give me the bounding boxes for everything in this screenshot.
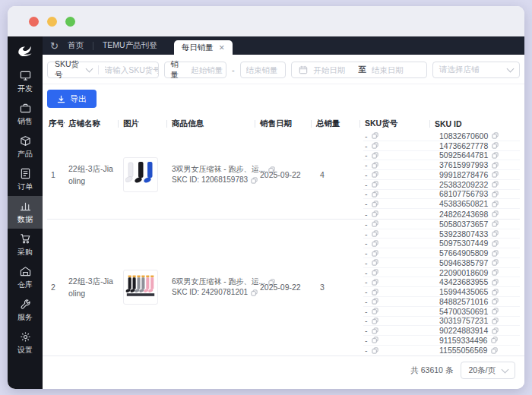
sku-id-value: 50946385797 xyxy=(439,258,488,267)
copy-icon[interactable] xyxy=(492,201,499,207)
sku-id-cell: 14736627778 xyxy=(435,141,520,150)
copy-icon[interactable] xyxy=(492,298,499,305)
copy-icon[interactable] xyxy=(372,191,378,198)
tab-temu-listing[interactable]: TEMU产品刊登 xyxy=(93,40,166,51)
copy-icon[interactable] xyxy=(372,142,378,149)
export-button[interactable]: 导出 xyxy=(47,90,97,108)
copy-icon[interactable] xyxy=(492,279,499,286)
copy-icon[interactable] xyxy=(372,308,378,314)
header-sku-number: SKU货号 xyxy=(363,118,433,129)
sidebar-item-data[interactable]: 数据 xyxy=(8,196,43,229)
sidebar-item-orders[interactable]: 订单 xyxy=(8,163,43,196)
copy-icon[interactable] xyxy=(372,201,378,207)
sidebar-item-purchasing[interactable]: 采购 xyxy=(8,229,43,261)
copy-icon[interactable] xyxy=(492,308,499,314)
copy-icon[interactable] xyxy=(492,318,499,324)
copy-icon[interactable] xyxy=(491,337,498,343)
copy-icon[interactable] xyxy=(492,240,499,247)
copy-icon[interactable] xyxy=(372,259,378,266)
sidebar-item-label: 采购 xyxy=(17,247,33,258)
sku-id-value: 45383650821 xyxy=(439,199,488,208)
sidebar-item-service[interactable]: 服务 xyxy=(8,294,43,327)
sku-subrow: - 43423683955 xyxy=(363,277,520,287)
sku-number-cell: - xyxy=(363,268,435,277)
copy-icon[interactable] xyxy=(372,132,378,139)
copy-icon[interactable] xyxy=(372,337,378,343)
sales-end-input[interactable] xyxy=(246,65,280,74)
sidebar-item-settings[interactable]: 设置 xyxy=(8,327,43,359)
copy-icon[interactable] xyxy=(372,210,378,217)
sidebar-item-warehouse[interactable]: 仓库 xyxy=(8,261,43,294)
copy-icon[interactable] xyxy=(372,347,378,354)
copy-icon[interactable] xyxy=(492,220,499,227)
close-icon[interactable]: ✕ xyxy=(219,43,225,52)
shop-select[interactable]: 请选择店铺 xyxy=(432,62,520,78)
copy-icon[interactable] xyxy=(372,162,378,169)
copy-icon[interactable] xyxy=(492,259,499,266)
tab-daily-sales[interactable]: 每日销量 ✕ xyxy=(174,40,233,55)
tab-home[interactable]: 首页 xyxy=(59,40,93,51)
copy-icon[interactable] xyxy=(372,240,378,247)
copy-icon[interactable] xyxy=(372,298,378,305)
copy-icon[interactable] xyxy=(492,142,499,149)
window-minimize-button[interactable] xyxy=(47,17,57,27)
copy-icon[interactable] xyxy=(492,250,499,257)
sales-table: 序号 店铺名称 图片 商品信息 销售日期 总销量 SKU货号 SKU ID 1 xyxy=(47,116,520,356)
end-date-input[interactable] xyxy=(372,65,411,74)
copy-icon[interactable] xyxy=(372,289,378,295)
copy-icon[interactable] xyxy=(372,318,378,324)
copy-icon[interactable] xyxy=(492,171,499,178)
table-body: 1 22组-3店-Jiaoling xyxy=(47,131,520,356)
sidebar-item-dev[interactable]: 开发 xyxy=(8,65,43,98)
copy-icon[interactable] xyxy=(372,220,378,227)
copy-icon[interactable] xyxy=(491,347,498,354)
sku-filter-group: SKU货号 xyxy=(47,62,159,78)
copy-icon[interactable] xyxy=(372,181,378,188)
refresh-icon[interactable]: ↻ xyxy=(50,41,59,51)
copy-icon[interactable] xyxy=(372,171,378,178)
sku-subrow: - 24826243698 xyxy=(363,209,520,219)
copy-icon[interactable] xyxy=(372,327,378,334)
copy-icon[interactable] xyxy=(492,230,499,237)
window-close-button[interactable] xyxy=(29,17,39,27)
page-content: SKU货号 销量 - xyxy=(43,55,524,389)
sku-id-value: 22090018609 xyxy=(439,268,488,277)
sidebar-item-label: 开发 xyxy=(17,84,33,94)
copy-icon[interactable] xyxy=(251,289,258,296)
copy-icon[interactable] xyxy=(492,191,499,198)
copy-icon[interactable] xyxy=(492,181,499,188)
sku-id-value: 50925644781 xyxy=(439,150,488,160)
copy-icon[interactable] xyxy=(492,210,499,217)
copy-icon[interactable] xyxy=(372,230,378,237)
header-sale-date: 销售日期 xyxy=(258,118,315,129)
copy-icon[interactable] xyxy=(372,152,378,159)
copy-icon[interactable] xyxy=(372,250,378,257)
copy-icon[interactable] xyxy=(372,279,378,286)
sidebar-item-product[interactable]: 产品 xyxy=(8,131,43,163)
product-image[interactable] xyxy=(123,157,158,192)
copy-icon[interactable] xyxy=(251,177,258,184)
page-size-select[interactable]: 20条/页 xyxy=(461,362,515,379)
sku-number-cell: - xyxy=(363,326,435,335)
copy-icon[interactable] xyxy=(492,152,499,159)
copy-icon[interactable] xyxy=(492,327,499,334)
copy-icon[interactable] xyxy=(492,132,499,139)
copy-icon[interactable] xyxy=(372,269,378,276)
date-range-picker[interactable]: 至 xyxy=(291,62,427,78)
product-image[interactable] xyxy=(123,270,158,305)
sidebar-item-sales[interactable]: 销售 xyxy=(8,98,43,131)
window-zoom-button[interactable] xyxy=(65,17,75,27)
copy-icon[interactable] xyxy=(492,289,499,295)
copy-icon[interactable] xyxy=(492,269,499,276)
sku-subrow: - 91159334496 xyxy=(363,336,520,346)
sku-id-cell: 30319757231 xyxy=(435,316,520,325)
sku-subrow: - 25383209232 xyxy=(363,180,520,190)
sku-field-select[interactable]: SKU货号 xyxy=(48,59,98,81)
start-date-input[interactable] xyxy=(313,65,353,74)
sku-id-cell: 54700350691 xyxy=(435,307,520,316)
sku-id-value: 14736627778 xyxy=(439,141,488,150)
date-to-label: 至 xyxy=(358,65,366,75)
sales-start-input[interactable] xyxy=(191,65,226,74)
sku-number-input[interactable] xyxy=(99,65,159,74)
copy-icon[interactable] xyxy=(492,162,499,169)
